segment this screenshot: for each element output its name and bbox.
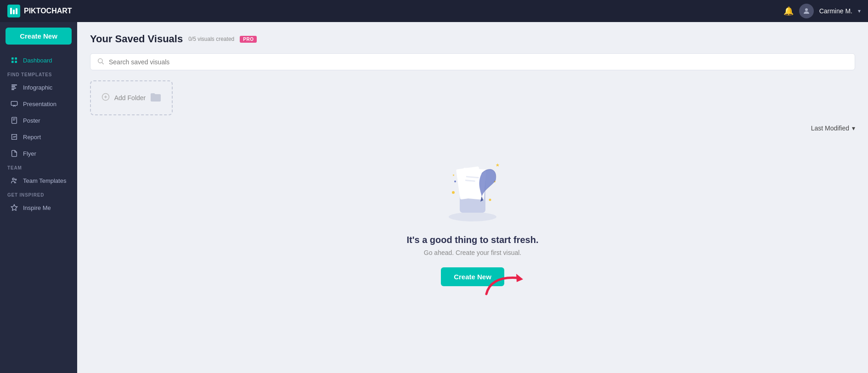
sort-dropdown[interactable]: Last Modified ▾ [811, 124, 855, 132]
flyer-label: Flyer [23, 150, 36, 157]
folder-icon [150, 91, 161, 104]
empty-state: It's a good thing to start fresh. Go ahe… [90, 141, 855, 295]
sidebar-item-presentation[interactable]: Presentation [3, 96, 74, 112]
sort-chevron-icon: ▾ [852, 124, 855, 132]
svg-point-35 [489, 199, 491, 201]
create-button-container: Create New [441, 267, 504, 286]
user-menu-chevron[interactable]: ▾ [858, 8, 861, 14]
logo: PIKTOCHART [7, 5, 72, 17]
svg-rect-10 [11, 86, 15, 87]
svg-line-21 [102, 62, 104, 64]
svg-rect-6 [15, 57, 17, 60]
top-navigation: PIKTOCHART 🔔 Carmine M. ▾ [0, 0, 868, 22]
infographic-label: Infographic [23, 84, 52, 91]
sort-label: Last Modified [811, 124, 849, 132]
svg-point-25 [449, 212, 496, 221]
folder-row: Add Folder [90, 80, 855, 115]
sidebar: Create New Dashboard FIND TEMPLATES Info… [0, 22, 77, 373]
inspire-me-icon [10, 203, 18, 212]
add-folder-plus-icon [101, 93, 110, 103]
svg-marker-34 [452, 174, 454, 176]
svg-rect-9 [11, 85, 17, 85]
sort-row: Last Modified ▾ [90, 124, 855, 132]
sidebar-dashboard-label: Dashboard [23, 57, 52, 64]
empty-illustration [436, 159, 509, 224]
main-layout: Create New Dashboard FIND TEMPLATES Info… [0, 22, 868, 373]
empty-state-subtitle: Go ahead. Create your first visual. [424, 249, 521, 256]
svg-rect-1 [10, 8, 12, 14]
svg-rect-11 [11, 88, 16, 89]
sidebar-item-inspire-me[interactable]: Inspire Me [3, 200, 74, 215]
svg-marker-37 [516, 274, 523, 282]
svg-point-18 [15, 179, 17, 181]
pro-badge: PRO [240, 36, 257, 43]
sidebar-item-poster[interactable]: Poster [3, 113, 74, 128]
avatar[interactable] [799, 4, 814, 18]
visuals-count: 0/5 visuals created [188, 36, 234, 42]
sidebar-item-flyer[interactable]: Flyer [3, 146, 74, 161]
team-templates-label: Team Templates [23, 177, 66, 184]
add-folder-label: Add Folder [114, 94, 146, 102]
page-header: Your Saved Visuals 0/5 visuals created P… [90, 33, 855, 45]
topnav-right: 🔔 Carmine M. ▾ [783, 4, 861, 18]
sidebar-create-new-button[interactable]: Create New [6, 28, 72, 45]
svg-rect-15 [13, 119, 16, 119]
svg-point-4 [805, 8, 808, 11]
svg-rect-5 [11, 57, 14, 60]
svg-point-17 [12, 178, 14, 180]
svg-rect-3 [16, 8, 17, 14]
poster-label: Poster [23, 117, 40, 124]
search-bar[interactable] [90, 53, 855, 70]
arrow-pointer [482, 271, 532, 299]
flyer-icon [10, 149, 18, 158]
find-templates-section-label: FIND TEMPLATES [0, 68, 77, 79]
presentation-label: Presentation [23, 101, 56, 107]
sidebar-item-dashboard[interactable]: Dashboard [3, 52, 74, 68]
team-templates-icon [10, 176, 18, 185]
svg-rect-7 [11, 61, 14, 63]
team-section-label: TEAM [0, 162, 77, 172]
search-input[interactable] [109, 58, 848, 66]
sidebar-item-team-templates[interactable]: Team Templates [3, 173, 74, 188]
piktochart-logo-icon [7, 5, 20, 17]
report-label: Report [23, 134, 41, 141]
logo-text: PIKTOCHART [24, 7, 72, 15]
svg-point-20 [98, 59, 102, 63]
svg-rect-13 [11, 102, 17, 106]
username-label: Carmine M. [819, 7, 852, 15]
dashboard-icon [10, 56, 18, 64]
svg-rect-8 [15, 61, 17, 63]
poster-icon [10, 116, 18, 124]
bell-icon[interactable]: 🔔 [783, 6, 794, 16]
svg-rect-2 [13, 10, 15, 14]
user-icon [802, 7, 811, 15]
presentation-icon [10, 100, 18, 108]
svg-rect-16 [13, 120, 15, 120]
svg-point-32 [452, 191, 455, 194]
sidebar-item-infographic[interactable]: Infographic [3, 79, 74, 95]
main-content-area: Your Saved Visuals 0/5 visuals created P… [77, 22, 868, 373]
svg-rect-12 [11, 89, 14, 90]
svg-point-36 [454, 181, 456, 182]
empty-state-title: It's a good thing to start fresh. [407, 235, 539, 245]
svg-marker-31 [496, 163, 500, 166]
search-icon [97, 57, 104, 66]
infographic-icon [10, 83, 18, 91]
page-title: Your Saved Visuals [90, 33, 183, 45]
add-folder-card[interactable]: Add Folder [90, 80, 173, 115]
svg-marker-19 [11, 204, 17, 210]
get-inspired-section-label: GET INSPIRED [0, 189, 77, 199]
sidebar-item-report[interactable]: Report [3, 129, 74, 145]
report-icon [10, 133, 18, 141]
inspire-me-label: Inspire Me [23, 204, 51, 211]
